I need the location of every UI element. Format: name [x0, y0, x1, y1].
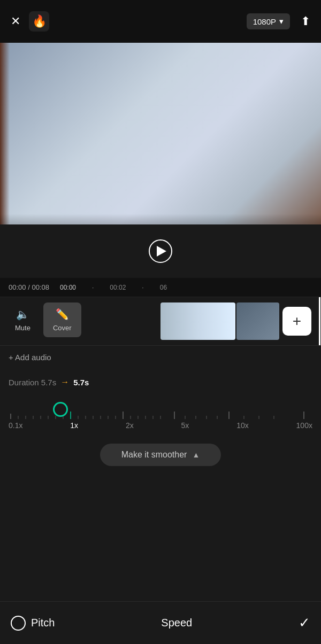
upload-icon[interactable]: ⬆: [301, 14, 310, 28]
speed-label-100x: 100x: [296, 421, 312, 430]
app-logo: 🔥: [29, 11, 49, 32]
speed-ruler-ticks[interactable]: [9, 400, 312, 419]
mute-icon: 🔈: [16, 308, 29, 321]
duration-prefix: Duration 5.7s: [9, 378, 56, 387]
speed-label-5x: 5x: [181, 421, 189, 430]
quality-selector[interactable]: 1080P ▾: [247, 13, 290, 29]
make-smoother-button[interactable]: Make it smoother ▲: [100, 444, 221, 466]
cover-button[interactable]: ✏️ Cover: [43, 302, 81, 337]
smoother-label: Make it smoother: [121, 450, 187, 460]
add-clip-button[interactable]: +: [282, 307, 311, 336]
player-controls: [0, 224, 321, 278]
ruler-dot-1: ·: [92, 284, 94, 291]
clip-2[interactable]: [236, 302, 279, 340]
speed-label-01x: 0.1x: [9, 421, 22, 430]
close-icon[interactable]: ✕: [11, 14, 20, 28]
speed-label-1x: 1x: [70, 421, 78, 430]
duration-value: 5.7s: [73, 378, 89, 387]
smoother-arrow-icon: ▲: [192, 451, 200, 459]
quality-arrow: ▾: [279, 17, 284, 26]
pitch-button[interactable]: Pitch: [11, 616, 55, 631]
duration-arrow: →: [60, 377, 69, 387]
timeline-cursor: [319, 297, 320, 345]
tool-buttons: 🔈 Mute ✏️ Cover: [0, 297, 159, 345]
bottom-bar: Pitch Speed ✓: [0, 601, 321, 644]
play-button[interactable]: [149, 239, 172, 263]
clip-thumbnail-1: [160, 302, 235, 340]
duration-row: Duration 5.7s → 5.7s: [0, 369, 321, 392]
ruler-mark-1: 00:02: [110, 284, 126, 291]
video-preview: [0, 43, 321, 224]
clips-area: +: [159, 297, 321, 345]
add-audio-row: + Add audio: [0, 345, 321, 369]
add-audio-button[interactable]: + Add audio: [9, 353, 51, 362]
pitch-label: Pitch: [31, 617, 55, 629]
cover-icon: ✏️: [56, 308, 69, 321]
ruler-mark-2: 06: [160, 284, 167, 291]
mute-label: Mute: [15, 324, 30, 332]
speed-label-2x: 2x: [126, 421, 134, 430]
clips-list: +: [159, 302, 311, 340]
speed-labels: 0.1x 1x 2x 5x 10x 100x: [9, 419, 312, 430]
speed-label-10x: 10x: [236, 421, 249, 430]
ruler-dot-2: ·: [142, 284, 143, 291]
speed-ruler-container: 0.1x 1x 2x 5x 10x 100x: [0, 392, 321, 435]
cover-label: Cover: [53, 324, 72, 332]
speed-tab-label: Speed: [161, 617, 192, 629]
confirm-icon[interactable]: ✓: [299, 615, 310, 631]
play-icon: [157, 246, 166, 257]
header-left: ✕ 🔥: [11, 11, 49, 32]
clip-thumbnail-2: [236, 302, 279, 340]
pitch-circle-icon: [11, 616, 26, 631]
current-time: 00:00 / 00:08: [9, 283, 49, 291]
mute-button[interactable]: 🔈 Mute: [5, 302, 40, 337]
header: ✕ 🔥 1080P ▾ ⬆: [0, 0, 321, 43]
timeline-bar: 00:00 / 00:08 00:00 · 00:02 · 06: [0, 278, 321, 297]
clip-1[interactable]: [160, 302, 235, 340]
smoother-row: Make it smoother ▲: [0, 435, 321, 475]
quality-label: 1080P: [253, 17, 276, 26]
timeline-ruler: 00:00 · 00:02 · 06: [60, 284, 312, 291]
ruler-mark-0: 00:00: [60, 284, 76, 291]
editing-toolbar: 🔈 Mute ✏️ Cover +: [0, 297, 321, 345]
speed-knob[interactable]: [53, 402, 68, 417]
